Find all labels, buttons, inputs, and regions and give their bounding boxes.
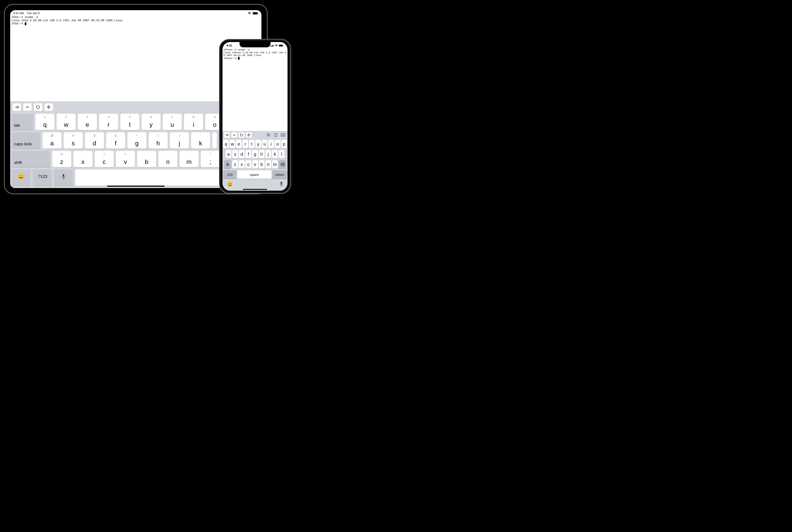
- return-key[interactable]: return: [272, 170, 287, 179]
- svg-point-18: [284, 134, 285, 135]
- esc-key-button[interactable]: [34, 103, 42, 111]
- svg-rect-5: [271, 45, 272, 47]
- arrows-key-button[interactable]: [44, 103, 53, 111]
- emoji-key[interactable]: 😀: [227, 182, 233, 187]
- key-n[interactable]: ;n: [158, 151, 177, 167]
- key-d[interactable]: d: [239, 150, 245, 158]
- emoji-key[interactable]: 😀: [12, 169, 31, 186]
- tab-key[interactable]: tab: [12, 114, 33, 130]
- key-w[interactable]: 2w: [57, 114, 76, 130]
- ctrl-key-button[interactable]: [231, 132, 237, 138]
- key-t[interactable]: t: [249, 140, 255, 148]
- key-b[interactable]: b: [137, 151, 156, 167]
- mic-key[interactable]: [54, 169, 73, 186]
- svg-point-16: [283, 134, 283, 135]
- key-p[interactable]: p: [281, 140, 287, 148]
- paste-icon[interactable]: [273, 132, 279, 138]
- key-f[interactable]: f: [246, 150, 251, 158]
- term-prompt: iPad:~#: [12, 22, 25, 25]
- tab-key-button[interactable]: [13, 103, 21, 111]
- svg-point-11: [268, 134, 269, 136]
- key-g[interactable]: *g: [128, 132, 147, 149]
- iphone-home-indicator[interactable]: [243, 189, 267, 190]
- key-partial[interactable]: [212, 132, 217, 149]
- key-;[interactable]: !;: [201, 151, 220, 167]
- key-f[interactable]: &f: [106, 132, 125, 149]
- key-e[interactable]: 3e: [78, 114, 97, 130]
- numsym-key[interactable]: 123: [223, 170, 236, 179]
- battery-icon: [253, 12, 258, 15]
- key-x[interactable]: x: [239, 160, 245, 169]
- key-l[interactable]: l: [279, 150, 285, 158]
- term-line: Linux iPhone 4.20.69-ish iSH 1.0 (69) Ja…: [224, 51, 286, 57]
- iphone-terminal[interactable]: iPhone:~# uname -a Linux iPhone 4.20.69-…: [223, 47, 288, 60]
- mic-key[interactable]: [279, 182, 283, 187]
- key-q[interactable]: q: [223, 140, 229, 148]
- key-e[interactable]: e: [236, 140, 242, 148]
- svg-rect-14: [281, 134, 285, 136]
- key-b[interactable]: b: [259, 160, 265, 169]
- shift-key[interactable]: [224, 160, 231, 169]
- svg-rect-19: [282, 135, 284, 136]
- key-x[interactable]: -x: [73, 151, 93, 167]
- battery-icon: [279, 44, 284, 47]
- arrows-key-button[interactable]: [246, 132, 252, 138]
- keyboard-icon[interactable]: [280, 132, 286, 138]
- term-line: iPhone:~# uname -a: [224, 49, 250, 51]
- key-w[interactable]: w: [230, 140, 235, 148]
- key-y[interactable]: y: [255, 140, 261, 148]
- iphone-time: 9:41: [227, 44, 232, 47]
- numsym-key[interactable]: .?123: [33, 169, 52, 186]
- key-r[interactable]: 4r: [99, 114, 118, 130]
- key-i[interactable]: 8i: [184, 114, 203, 130]
- wifi-icon: [248, 12, 251, 15]
- key-k[interactable]: k: [272, 150, 278, 158]
- key-j[interactable]: j: [265, 150, 271, 158]
- iphone-device: 9:41 iPhone:~# uname -a Linux iPhone 4.2…: [219, 39, 291, 194]
- key-z[interactable]: %z: [52, 151, 71, 167]
- ipad-home-indicator[interactable]: [107, 186, 165, 187]
- key-t[interactable]: 5t: [120, 114, 139, 130]
- key-v[interactable]: =v: [116, 151, 135, 167]
- key-r[interactable]: r: [243, 140, 248, 148]
- gear-icon[interactable]: [265, 132, 272, 138]
- key-s[interactable]: #s: [64, 132, 83, 149]
- key-z[interactable]: z: [232, 160, 238, 169]
- key-u[interactable]: u: [262, 140, 267, 148]
- key-s[interactable]: s: [232, 150, 238, 158]
- key-h[interactable]: h: [259, 150, 265, 158]
- cursor-icon: [238, 57, 239, 60]
- key-i[interactable]: i: [268, 140, 274, 148]
- wifi-icon: [275, 44, 278, 47]
- key-d[interactable]: $d: [85, 132, 104, 149]
- shift-key[interactable]: shift: [12, 151, 50, 167]
- iphone-accessory-bar: [223, 131, 288, 139]
- key-j[interactable]: )j: [170, 132, 189, 149]
- key-k[interactable]: 'k: [191, 132, 210, 149]
- tab-key-button[interactable]: [224, 132, 230, 138]
- key-o[interactable]: o: [275, 140, 281, 148]
- key-n[interactable]: n: [265, 160, 271, 169]
- ctrl-key-button[interactable]: [23, 103, 32, 111]
- delete-key[interactable]: [279, 160, 286, 169]
- key-u[interactable]: 7u: [163, 114, 182, 130]
- key-q[interactable]: 1q: [35, 114, 54, 130]
- key-a[interactable]: @a: [42, 132, 61, 149]
- capslock-key[interactable]: caps lock: [12, 132, 40, 149]
- term-line: Linux iPad 4.20.69-ish iSH 1.0 (69) Jan …: [12, 19, 123, 22]
- ipad-status-bar: 9:41 AM Tue Jan 9: [10, 10, 262, 15]
- esc-key-button[interactable]: [238, 132, 245, 138]
- key-v[interactable]: v: [252, 160, 258, 169]
- iphone-screen: 9:41 iPhone:~# uname -a Linux iPhone 4.2…: [223, 42, 288, 191]
- key-m[interactable]: :m: [179, 151, 199, 167]
- svg-rect-4: [270, 46, 271, 47]
- key-g[interactable]: g: [252, 150, 258, 158]
- ipad-terminal[interactable]: iPad:~# uname -a Linux iPad 4.20.69-ish …: [10, 15, 262, 25]
- key-h[interactable]: (h: [149, 132, 168, 149]
- space-key[interactable]: space: [237, 170, 271, 179]
- key-a[interactable]: a: [226, 150, 231, 158]
- key-c[interactable]: c: [246, 160, 251, 169]
- key-m[interactable]: m: [272, 160, 278, 169]
- key-c[interactable]: +c: [95, 151, 114, 167]
- key-y[interactable]: 6y: [141, 114, 160, 130]
